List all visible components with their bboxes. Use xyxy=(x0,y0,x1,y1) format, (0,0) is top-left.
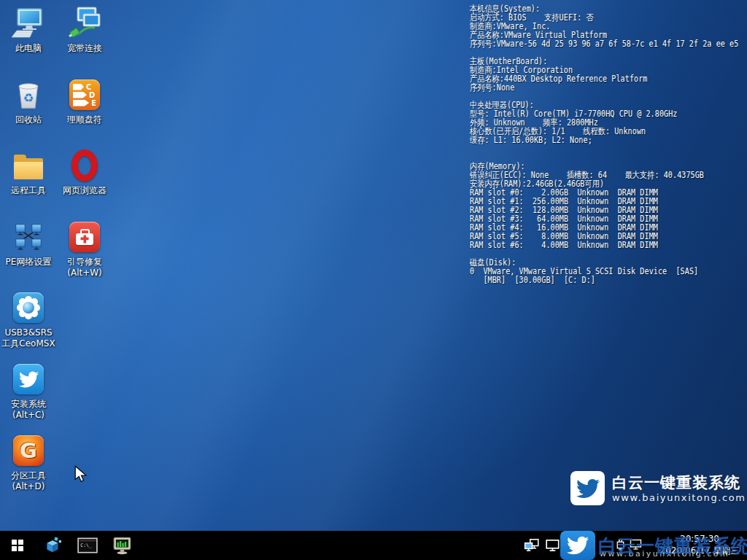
svg-text:C:\_: C:\_ xyxy=(80,542,92,548)
desktop-watermark: 白云一键重装系统 www.baiyunxitong.com xyxy=(570,471,746,505)
system-info-section-system: 本机信息(System): 启动方式: BIOS 支持UEFI: 否 制造商:V… xyxy=(470,4,746,48)
desktop-icon-label: 分区工具 (Alt+D) xyxy=(1,470,56,492)
display-tray-icon[interactable] xyxy=(545,538,561,553)
desktop-icon-label: USB3&SRS 工具CeoMSX xyxy=(1,327,56,349)
desktop-icon-web-browser[interactable]: 网页浏览器 xyxy=(57,148,112,196)
desktop-icon-drive-letter-tool[interactable]: C D E 理顺盘符 xyxy=(57,77,112,125)
taskbar-watermark-title: 白云一键重装系统 xyxy=(598,534,747,558)
taskbar-registry-editor-button[interactable] xyxy=(35,531,70,560)
desktop-icon-install-system[interactable]: 安装系统 (Alt+C) xyxy=(1,362,56,421)
pe-desktop: { "desktop": { "icons": [ { "name": "thi… xyxy=(0,0,747,560)
desktop-icon-label: 宽带连接 xyxy=(57,43,112,54)
first-aid-kit-icon xyxy=(57,219,112,254)
network-topology-icon xyxy=(1,219,56,254)
desktop-icon-partition-tool[interactable]: G 分区工具 (Alt+D) xyxy=(1,433,56,492)
desktop-icon-label: 远程工具 xyxy=(1,185,56,196)
taskbar: C:\_ xyxy=(0,531,747,560)
desktop-icon-pe-network-settings[interactable]: PE网络设置 xyxy=(1,219,56,268)
desktop-icon-label: 网页浏览器 xyxy=(57,185,112,196)
taskbar-watermark-bird-icon xyxy=(560,531,595,560)
start-button[interactable] xyxy=(0,531,35,560)
desktop-icon-label: 理顺盘符 xyxy=(57,114,112,125)
svg-text:♻: ♻ xyxy=(23,91,34,105)
watermark-bird-icon xyxy=(570,471,605,505)
desktop-icon-this-pc[interactable]: 此电脑 xyxy=(1,6,56,54)
taskbar-task-manager-button[interactable] xyxy=(105,531,140,560)
system-info-section-memory: 内存(Memory): 错误纠正(ECC): None 插槽数: 64 最大支持… xyxy=(470,162,746,249)
desktop-icon-label: 回收站 xyxy=(1,114,56,125)
folder-icon xyxy=(1,148,56,183)
desktop-icon-broadband[interactable]: 宽带连接 xyxy=(57,6,112,54)
bird-icon xyxy=(1,362,56,397)
system-info-section-disk: 磁盘(Disk): 0 VMware, VMware Virtual S SCS… xyxy=(470,258,746,284)
mouse-cursor xyxy=(73,465,89,486)
desktop-icon-remote-tools[interactable]: 远程工具 xyxy=(1,148,56,196)
desktop-icon-boot-repair[interactable]: 引导修复 (Alt+W) xyxy=(57,219,112,279)
registry-cube-icon xyxy=(43,536,62,555)
watermark-texts: 白云一键重装系统 www.baiyunxitong.com xyxy=(612,474,746,503)
desktop-icon-label: 引导修复 (Alt+W) xyxy=(57,257,112,279)
opera-browser-icon xyxy=(57,148,112,183)
system-info-section-cpu: 中央处理器(CPU): 型号: Intel(R) Core(TM) i7-770… xyxy=(470,101,746,144)
system-tray xyxy=(524,531,561,560)
taskbar-command-prompt-button[interactable]: C:\_ xyxy=(70,531,105,560)
cmd-icon: C:\_ xyxy=(77,536,98,555)
watermark-url: www.baiyunxitong.com xyxy=(612,492,746,503)
task-manager-icon xyxy=(112,535,133,556)
network-tray-icon[interactable] xyxy=(524,538,540,553)
system-info-section-motherboard: 主板(MotherBoard): 制造商:Intel Corporation 产… xyxy=(470,57,746,92)
desktop-icon-label: 安装系统 (Alt+C) xyxy=(1,399,56,421)
watermark-title: 白云一键重装系统 xyxy=(612,474,746,491)
this-pc-icon xyxy=(1,6,56,41)
gear-flower-icon xyxy=(1,290,56,325)
broadband-icon xyxy=(57,6,112,41)
diskgenius-icon: G xyxy=(1,433,56,468)
recycle-bin-icon: ♻ xyxy=(1,77,56,112)
windows-logo-icon xyxy=(12,540,23,551)
drive-letters-icon: C D E xyxy=(57,77,112,112)
system-info-panel: 本机信息(System): 启动方式: BIOS 支持UEFI: 否 制造商:V… xyxy=(470,4,746,284)
desktop-icon-usb3-srs-tool[interactable]: USB3&SRS 工具CeoMSX xyxy=(1,290,56,349)
desktop-icon-label: 此电脑 xyxy=(1,43,56,54)
desktop-icon-label: PE网络设置 xyxy=(1,257,56,268)
desktop-icon-recycle-bin[interactable]: ♻ 回收站 xyxy=(1,77,56,125)
